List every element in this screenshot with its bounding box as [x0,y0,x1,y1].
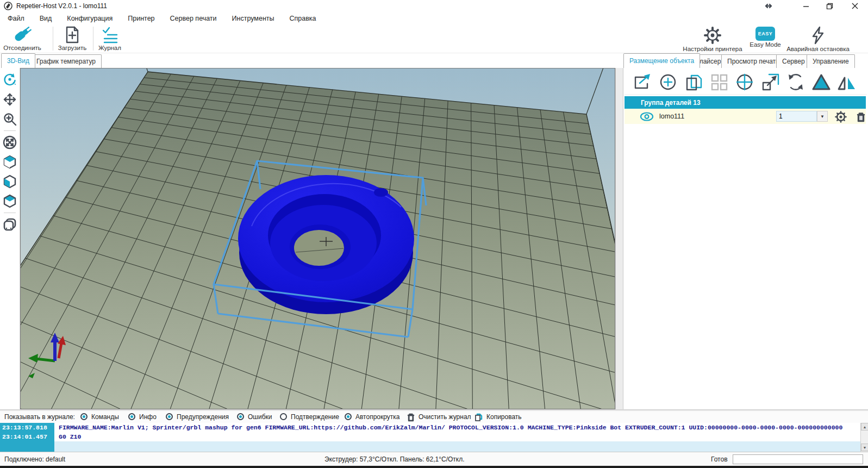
lightning-icon [809,26,827,45]
temperature-status: Экструдер: 57,3°C/Откл. Панель: 62,1°C/О… [324,455,465,463]
log-filter-bar: Показывать в журнале: Команды Инфо Преду… [0,411,868,423]
add-object-icon[interactable] [658,71,678,93]
repetier-host-window: Repetier-Host V2.0.1 - lomo111 Файл Вид … [0,0,868,468]
object-settings-gear-icon[interactable] [834,110,847,123]
top-view-button[interactable] [2,193,18,209]
object-name: lomo111 [659,113,684,120]
isometric-view-button[interactable] [2,154,18,170]
tab-control[interactable]: Управление [807,54,855,68]
app-icon [4,2,13,10]
connection-status: Подключено: default [4,455,65,463]
copy-object-icon[interactable] [683,71,704,93]
autoposition-icon[interactable] [709,71,729,93]
tab-3d-view[interactable]: 3D-Вид [1,53,35,68]
menu-printer[interactable]: Принтер [120,12,162,24]
main-toolbar: Отсоединить ▼ Загрузить ▼ Журнал [0,24,868,53]
minimize-button[interactable] [796,0,816,12]
model-lomo111[interactable] [238,175,414,314]
move-view-button[interactable] [2,91,18,108]
load-file-icon [63,26,82,44]
copies-dropdown[interactable]: ▼ [817,111,828,122]
clear-log-button[interactable]: Очистить журнал [419,413,471,421]
maximize-button[interactable] [819,0,840,12]
toggle-errors[interactable] [237,413,244,420]
resize-arrows-icon[interactable] [758,0,779,12]
disconnect-plug-icon [10,26,34,44]
object-toolbar [625,70,867,95]
copy-log-icon[interactable] [474,413,483,422]
emergency-stop-button[interactable]: Аварийная остановка [783,26,853,52]
center-object-icon[interactable] [734,71,755,93]
mirror-object-icon[interactable] [836,71,857,93]
zoom-button[interactable] [2,111,18,127]
log-row: 23:13:57.818 FIRMWARE_NAME:Marlin V1; Sp… [0,423,860,432]
object-list-row[interactable]: lomo111 ▼ [625,109,866,124]
scroll-down-icon[interactable]: ▼ [861,444,868,451]
toggle-autoscroll[interactable] [345,413,352,420]
ready-status: Готов [711,455,728,463]
menu-view[interactable]: Вид [32,12,60,24]
menu-config[interactable]: Конфигурация [59,12,120,24]
menu-file[interactable]: Файл [0,12,32,24]
bottom-strip [0,466,868,468]
log-output[interactable]: 23:13:57.818 FIRMWARE_NAME:Marlin V1; Sp… [0,423,860,452]
rotate-object-icon[interactable] [785,71,806,93]
load-button[interactable]: Загрузить [54,26,90,51]
journal-checklist-icon [100,26,120,44]
object-placement-panel: Группа деталей 13 lomo111 ▼ [623,68,868,409]
easy-badge: EASY [755,27,775,41]
front-view-button[interactable] [2,173,18,190]
progress-box [733,454,863,464]
export-object-icon[interactable] [632,71,653,93]
rotate-view-button[interactable] [2,72,18,88]
visibility-eye-icon[interactable] [640,112,654,121]
copy-log-button[interactable]: Копировать [486,413,522,421]
show-objects-button[interactable] [2,216,18,233]
lay-flat-icon[interactable] [811,71,832,93]
tab-temperature-graph[interactable]: График температур [30,54,102,68]
log-filter-label: Показывать в журнале: [4,413,75,421]
fit-view-button[interactable] [2,134,18,151]
scale-object-icon[interactable] [760,71,780,93]
panel-splitter[interactable] [615,68,623,409]
menu-tools[interactable]: Инструменты [224,12,282,24]
close-button[interactable] [845,0,865,12]
toggle-info[interactable] [128,413,135,420]
toggle-commands[interactable] [80,413,88,420]
copies-count-input[interactable] [776,111,817,122]
parts-group-header[interactable]: Группа деталей 13 [625,96,866,109]
journal-button[interactable]: Журнал [95,26,124,51]
disconnect-button[interactable]: Отсоединить [1,26,43,51]
clear-log-trash-icon[interactable] [407,413,415,422]
window-title: Repetier-Host V2.0.1 - lomo111 [16,2,107,10]
3d-viewport[interactable] [20,68,615,409]
toggle-warnings[interactable] [166,413,173,420]
easy-mode-button[interactable]: EASY Easy Mode [749,27,782,48]
title-bar: Repetier-Host V2.0.1 - lomo111 [0,0,868,12]
delete-object-trash-icon[interactable] [855,111,867,123]
gear-icon [703,26,722,45]
status-bar: Подключено: default Экструдер: 57,3°C/От… [0,452,868,466]
log-row: 23:14:01.457 G0 Z10 [0,432,860,441]
tab-server[interactable]: Сервер [776,54,811,68]
log-scrollbar[interactable]: ▲ ▼ [860,423,868,452]
menu-help[interactable]: Справка [282,12,324,24]
menu-print-server[interactable]: Сервер печати [163,12,224,24]
toggle-ack[interactable] [280,413,287,420]
scroll-up-icon[interactable]: ▲ [861,423,868,430]
tab-object-placement[interactable]: Размещение объекта [623,53,700,68]
printer-settings-button[interactable]: Настройки принтера [679,26,746,52]
view-tool-strip [0,68,20,409]
menu-bar: Файл Вид Конфигурация Принтер Сервер печ… [0,12,868,24]
